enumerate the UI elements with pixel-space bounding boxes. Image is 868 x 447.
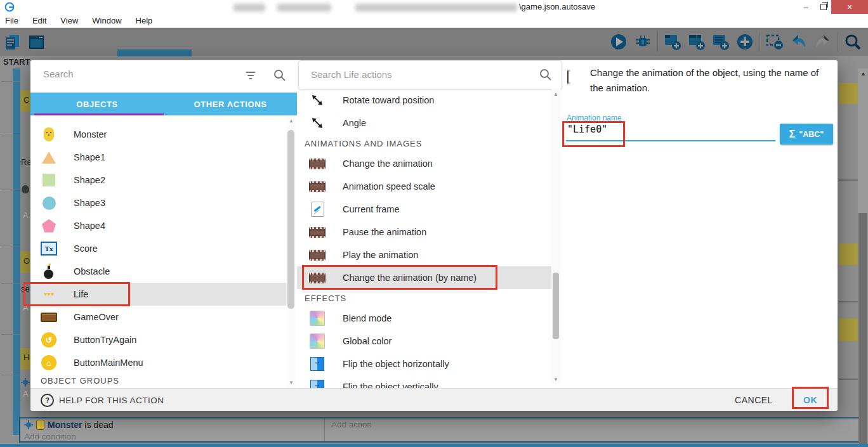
dimmed-action-cell	[839, 83, 858, 104]
menu-edit[interactable]: Edit	[25, 16, 53, 25]
add-other-event-icon[interactable]	[735, 32, 755, 52]
flip-icon: ↔	[308, 379, 326, 388]
tab-other-actions[interactable]: OTHER ACTIONS	[164, 93, 297, 115]
expression-editor-button[interactable]: Σ "ABC"	[780, 124, 833, 145]
scroll-up-icon[interactable]: ▲	[289, 119, 294, 124]
dimmed-action-cell	[839, 243, 858, 265]
film-icon	[308, 178, 326, 195]
add-sub-event-icon[interactable]	[687, 32, 707, 52]
actions-scrollbar[interactable]	[551, 89, 560, 384]
filter-icon[interactable]	[245, 72, 256, 81]
color-icon	[308, 333, 326, 349]
scroll-down-icon[interactable]: ▼	[553, 377, 558, 382]
search-icon[interactable]	[539, 68, 553, 82]
action-item-change-animation[interactable]: Change the animation	[297, 152, 551, 175]
menu-file[interactable]: File	[0, 16, 25, 25]
open-scene-window-icon[interactable]	[26, 32, 46, 52]
open-events-list-icon[interactable]	[2, 32, 22, 52]
search-events-icon[interactable]	[843, 32, 863, 52]
play-icon[interactable]	[608, 32, 629, 52]
action-item-rotate-toward-position[interactable]: Rotate toward position	[297, 89, 551, 112]
object-item-shape1[interactable]: Shape1	[30, 146, 286, 169]
film-icon	[308, 247, 326, 263]
event-conditions-cell: Monster is dead Add condition	[20, 418, 324, 441]
search-icon[interactable]	[273, 68, 287, 82]
selected-event-row: Monster is dead Add condition Add action	[19, 417, 867, 443]
remove-event-icon[interactable]	[765, 32, 785, 52]
condition-text: is dead	[84, 420, 113, 430]
object-item-monster[interactable]: Monster	[30, 123, 286, 146]
scene-tab-label: START	[3, 57, 30, 67]
action-item-animation-speed-scale[interactable]: Animation speed scale	[297, 175, 551, 198]
menu-help[interactable]: Help	[129, 16, 160, 25]
action-search-bar	[298, 60, 562, 89]
action-item-blend-mode[interactable]: Blend mode	[297, 307, 551, 330]
object-item-gameover[interactable]: GameOver	[30, 306, 286, 328]
object-item-shape3[interactable]: Shape3	[30, 191, 286, 214]
action-item-angle[interactable]: Angle	[297, 112, 551, 134]
action-item-pause-animation[interactable]: Pause the animation	[297, 221, 551, 243]
action-item-flip-vertically[interactable]: ↔Flip the object vertically	[297, 375, 551, 388]
object-item-buttonmainmenu[interactable]: ⌂ButtonMainMenu	[30, 351, 286, 374]
restore-button[interactable]	[816, 0, 831, 14]
object-item-buttontryagain[interactable]: ↺ButtonTryAgain	[30, 328, 286, 351]
gdevelop-logo-icon	[4, 2, 15, 12]
object-item-shape2[interactable]: Shape2	[30, 169, 286, 191]
scroll-up-icon[interactable]: ▲	[553, 92, 558, 97]
event-text-fragment: O	[23, 256, 30, 266]
undo-icon[interactable]	[789, 32, 809, 52]
object-item-life[interactable]: ♥♥♥Life	[30, 283, 286, 306]
event-indent-bar	[13, 68, 20, 435]
hearts-icon: ♥♥♥	[41, 286, 57, 302]
redacted-title-segment	[355, 4, 517, 11]
debug-icon[interactable]	[633, 32, 653, 52]
triangle-icon	[41, 149, 57, 165]
add-action-link: Add action	[331, 420, 372, 429]
objects-scrollbar-thumb[interactable]	[287, 130, 294, 309]
window-title: \game.json.autosave	[519, 2, 595, 11]
events-scrollbar-thumb[interactable]	[858, 213, 867, 447]
add-comment-icon[interactable]	[711, 32, 731, 52]
title-bar: \game.json.autosave – ×	[0, 0, 868, 14]
action-item-flip-horizontally[interactable]: ↔Flip the object horizontally	[297, 353, 551, 375]
actions-scrollbar-thumb[interactable]	[553, 273, 559, 339]
minimize-button[interactable]: –	[796, 0, 816, 14]
scene-tab-indicator	[117, 49, 192, 56]
section-header-effects: EFFECTS	[305, 289, 546, 307]
action-parameters-panel: Change the animation of the object, usin…	[563, 60, 838, 388]
action-item-change-animation-by-name[interactable]: Change the animation (by name)	[297, 266, 551, 289]
condition-object-name: Monster	[48, 420, 82, 430]
action-item-global-color[interactable]: Global color	[297, 330, 551, 353]
object-item-obstacle[interactable]: Obstacle	[30, 260, 286, 283]
add-event-icon[interactable]	[662, 32, 683, 52]
help-icon: ?	[41, 394, 54, 407]
active-tab-indicator	[34, 113, 164, 115]
bomb-icon	[41, 263, 57, 280]
pentagon-icon	[41, 217, 57, 234]
ok-button[interactable]: OK	[795, 392, 825, 408]
tab-objects[interactable]: OBJECTS	[30, 93, 164, 115]
event-text-fragment: se	[21, 284, 30, 294]
scroll-up-icon[interactable]: ▲	[860, 71, 866, 77]
object-item-shape4[interactable]: Shape4	[30, 214, 286, 237]
restore-icon	[820, 4, 827, 10]
action-item-current-frame[interactable]: Current frame	[297, 198, 551, 221]
film-icon	[308, 224, 326, 240]
object-search-input[interactable]	[42, 68, 235, 80]
menu-view[interactable]: View	[53, 16, 85, 25]
action-search-input[interactable]	[310, 68, 522, 81]
scroll-down-icon[interactable]: ▼	[289, 380, 294, 385]
dialog-footer: ? HELP FOR THIS ACTION CANCEL OK	[30, 388, 838, 411]
redo-icon[interactable]	[813, 32, 833, 52]
object-item-score[interactable]: TxScore	[30, 237, 286, 260]
cancel-button[interactable]: CANCEL	[728, 392, 779, 408]
menu-window[interactable]: Window	[85, 16, 128, 25]
action-item-play-animation[interactable]: Play the animation	[297, 243, 551, 266]
home-button-icon: ⌂	[41, 354, 57, 371]
event-text-fragment: H	[23, 353, 29, 362]
add-condition-link: Add condition	[24, 432, 76, 441]
help-for-this-action-button[interactable]: ? HELP FOR THIS ACTION	[41, 389, 164, 411]
retry-button-icon: ↺	[41, 332, 57, 348]
animation-name-input[interactable]	[566, 124, 775, 141]
close-button[interactable]: ×	[831, 0, 868, 14]
